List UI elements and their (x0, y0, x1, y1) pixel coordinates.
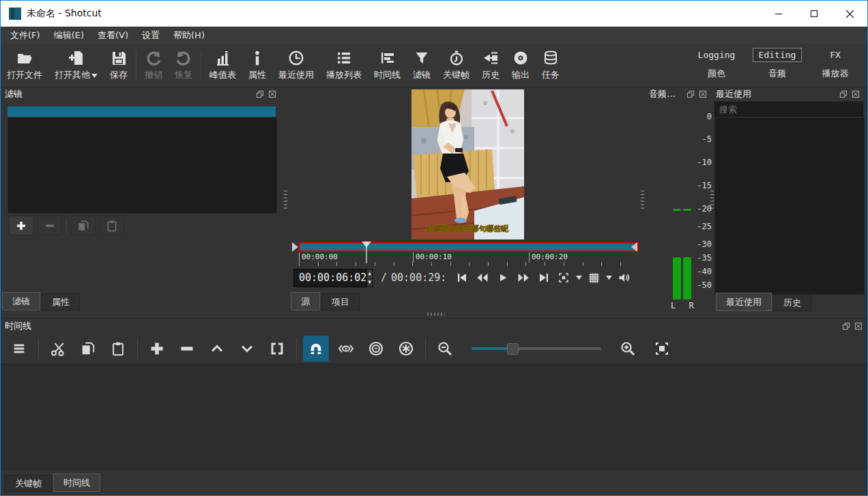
add-filter-button[interactable] (9, 216, 33, 235)
rewind-button[interactable] (473, 269, 492, 287)
splitter-handle[interactable] (284, 190, 287, 211)
copy-button[interactable] (75, 336, 101, 362)
tab-recent[interactable]: 最近使用 (716, 293, 772, 311)
time-up-button[interactable]: ▲ (367, 269, 372, 278)
layout-editing[interactable]: Editing (753, 48, 802, 62)
float-panel-button[interactable] (255, 89, 265, 99)
close-panel-button[interactable] (854, 321, 863, 331)
search-input[interactable] (714, 102, 863, 117)
open-file-button[interactable]: 打开文件 (1, 45, 48, 86)
scrub-eye-icon (337, 340, 355, 357)
current-time-value[interactable]: 00:00:06:02 (294, 269, 366, 287)
float-panel-button[interactable] (686, 89, 695, 99)
jobs-button[interactable]: 任务 (536, 45, 566, 86)
history-button[interactable]: 历史 (476, 45, 506, 86)
layout-audio[interactable]: 音频 (763, 66, 792, 81)
float-panel-button[interactable] (841, 321, 851, 331)
filters-selected-row[interactable] (8, 106, 276, 117)
keyframes-button[interactable]: 关键帧 (437, 45, 476, 86)
tab-timeline[interactable]: 时间线 (53, 473, 100, 492)
ripple-button[interactable] (363, 336, 389, 362)
time-ruler[interactable]: 00:00:00 00:00:10 00:00:20 (299, 252, 639, 266)
float-panel-button[interactable] (839, 89, 848, 99)
tab-project[interactable]: 项目 (321, 293, 360, 310)
playlist-button[interactable]: 播放列表 (320, 45, 368, 86)
snap-button[interactable] (303, 336, 329, 362)
current-time-spinbox[interactable]: 00:00:06:02 ▲ ▼ (293, 269, 373, 287)
close-panel-button[interactable] (851, 89, 860, 99)
magnet-icon (308, 340, 324, 357)
zoom-fit-player-button[interactable] (555, 269, 573, 287)
splitter-handle[interactable] (427, 312, 445, 316)
zoom-out-button[interactable] (432, 336, 458, 362)
menu-edit[interactable]: 编辑(E) (47, 27, 91, 44)
layout-fx[interactable]: FX (824, 48, 846, 61)
menu-file[interactable]: 文件(F) (3, 27, 47, 44)
close-button[interactable] (832, 1, 867, 27)
menu-view[interactable]: 查看(V) (91, 27, 135, 44)
append-button[interactable] (144, 336, 170, 362)
recent-list[interactable] (714, 117, 865, 295)
ripple-delete-button[interactable] (174, 336, 200, 362)
copy-filters-button[interactable] (71, 216, 96, 235)
zoom-dropdown-button[interactable] (574, 269, 583, 287)
splitter-handle[interactable] (641, 190, 644, 211)
skip-to-start-icon (456, 272, 468, 284)
tab-properties[interactable]: 属性 (42, 293, 80, 310)
maximize-button[interactable] (796, 1, 832, 27)
zoom-slider-handle[interactable] (507, 343, 519, 355)
filters-list[interactable] (8, 117, 277, 214)
ripple-all-button[interactable] (393, 336, 419, 362)
scrub-bar[interactable] (299, 242, 639, 252)
undo-button[interactable]: 撤销 (139, 45, 169, 86)
scrub-while-dragging-button[interactable] (333, 336, 359, 362)
menu-help[interactable]: 帮助(H) (167, 27, 212, 44)
in-point-marker[interactable] (292, 242, 299, 252)
save-button[interactable]: 保存 (104, 45, 134, 86)
layout-color[interactable]: 颜色 (702, 66, 731, 81)
timeline-button[interactable]: 时间线 (368, 45, 407, 86)
redo-icon (175, 50, 192, 66)
filters-button[interactable]: 滤镜 (407, 45, 437, 86)
disc-icon (512, 50, 529, 66)
grid-dropdown-button[interactable] (604, 269, 613, 287)
peak-meter-button[interactable]: 峰值表 (203, 45, 242, 86)
play-button[interactable] (493, 269, 512, 287)
remove-filter-button[interactable] (38, 216, 62, 235)
zoom-fit-timeline-button[interactable] (649, 336, 675, 362)
close-panel-button[interactable] (267, 89, 277, 99)
zoom-in-button[interactable] (615, 336, 641, 362)
copy-icon (81, 341, 96, 356)
cut-button[interactable] (45, 336, 71, 362)
lift-button[interactable] (204, 336, 230, 362)
recent-button[interactable]: 最近使用 (272, 45, 320, 86)
tab-keyframes[interactable]: 关键帧 (5, 475, 52, 492)
split-button[interactable] (264, 336, 290, 362)
paste-filters-button[interactable] (100, 216, 124, 235)
grid-button[interactable] (585, 269, 603, 287)
volume-button[interactable] (615, 269, 634, 287)
tab-history[interactable]: 历史 (773, 294, 811, 311)
layout-player[interactable]: 播放器 (817, 66, 854, 81)
timeline-zoom-slider[interactable] (472, 342, 601, 355)
skip-to-end-button[interactable] (534, 269, 553, 287)
properties-button[interactable]: 属性 (242, 45, 272, 86)
timeline-menu-button[interactable] (6, 336, 32, 362)
export-button[interactable]: 输出 (506, 45, 536, 86)
timeline-tracks-area[interactable] (1, 364, 867, 473)
paste-button[interactable] (105, 336, 131, 362)
tab-filters[interactable]: 滤镜 (2, 292, 40, 310)
close-panel-button[interactable] (698, 89, 708, 99)
open-other-button[interactable]: 打开其他 (48, 45, 104, 86)
redo-button[interactable]: 恢复 (169, 45, 199, 86)
out-point-marker[interactable] (631, 242, 638, 252)
video-frame[interactable]: 好啊那你想学哪句哪些呢 (411, 89, 524, 239)
tab-source[interactable]: 源 (291, 292, 320, 310)
layout-logging[interactable]: Logging (693, 48, 741, 61)
minimize-button[interactable] (761, 1, 796, 27)
overwrite-button[interactable] (234, 336, 260, 362)
skip-to-start-button[interactable] (452, 269, 472, 287)
fast-forward-button[interactable] (514, 269, 533, 287)
time-down-button[interactable]: ▼ (367, 278, 372, 287)
menu-settings[interactable]: 设置 (135, 27, 167, 44)
